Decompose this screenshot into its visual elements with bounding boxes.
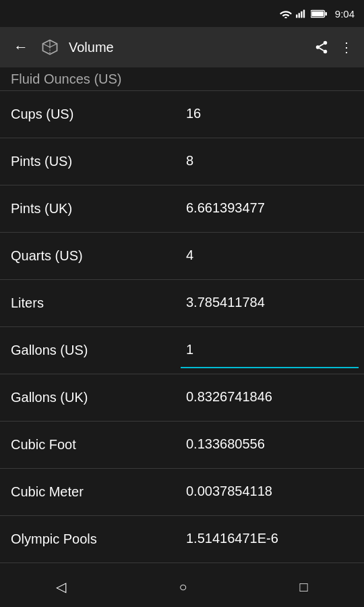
svg-rect-1 (296, 15, 297, 18)
value-gallons-uk[interactable]: 0.8326741846 (181, 380, 359, 415)
svg-rect-6 (325, 11, 327, 15)
label-pints-us: Pints (US) (5, 144, 181, 179)
label-cubic-meter: Cubic Meter (5, 475, 181, 509)
svg-rect-4 (303, 9, 305, 18)
nav-recent-button[interactable]: □ (283, 574, 324, 600)
partial-label: Fluid Ounces (US) (5, 71, 181, 87)
row-olympic-pools[interactable]: Olympic Pools 1.51416471E-6 (0, 516, 364, 563)
action-icons: ⋮ (314, 39, 353, 55)
nav-home-button[interactable]: ○ (162, 574, 203, 600)
value-pints-uk[interactable]: 6.661393477 (181, 191, 359, 227)
label-cubic-foot: Cubic Foot (5, 428, 181, 462)
value-liters[interactable]: 3.785411784 (181, 285, 359, 321)
label-gallons-uk: Gallons (UK) (5, 380, 181, 415)
app-bar-icon (39, 36, 61, 58)
row-quarts-us[interactable]: Quarts (US) 4 (0, 233, 364, 280)
row-liters[interactable]: Liters 3.785411784 (0, 280, 364, 327)
app-bar-title: Volume (69, 40, 306, 55)
svg-line-13 (320, 44, 324, 47)
label-cups-us: Cups (US) (5, 97, 181, 132)
wifi-icon (280, 9, 292, 18)
value-quarts-us[interactable]: 4 (181, 238, 359, 274)
svg-rect-7 (311, 11, 324, 16)
label-quarts-us: Quarts (US) (5, 239, 181, 273)
svg-point-9 (324, 41, 328, 45)
row-pints-uk[interactable]: Pints (UK) 6.661393477 (0, 185, 364, 233)
row-cubic-foot[interactable]: Cubic Foot 0.133680556 (0, 422, 364, 469)
share-icon[interactable] (314, 40, 329, 55)
label-olympic-pools: Olympic Pools (5, 522, 181, 556)
back-button[interactable]: ← (11, 36, 31, 59)
value-cups-us[interactable]: 16 (181, 96, 359, 132)
row-cups-us[interactable]: Cups (US) 16 (0, 91, 364, 138)
signal-icon (296, 9, 307, 18)
nav-back-button[interactable]: ◁ (40, 573, 82, 600)
label-liters: Liters (5, 286, 181, 320)
row-gallons-uk[interactable]: Gallons (UK) 0.8326741846 (0, 374, 364, 422)
content-area: Fluid Ounces (US) Cups (US) 16 Pints (US… (0, 67, 364, 563)
status-icons: 9:04 (280, 8, 355, 20)
battery-icon (311, 9, 327, 18)
value-cubic-meter[interactable]: 0.0037854118 (181, 474, 359, 510)
row-gallons-us[interactable]: Gallons (US) 1 (0, 327, 364, 374)
status-bar: 9:04 (0, 0, 364, 27)
svg-point-11 (324, 50, 328, 54)
partial-row: Fluid Ounces (US) (0, 67, 364, 91)
nav-bar: ◁ ○ □ (0, 567, 364, 607)
cube-icon (40, 38, 59, 57)
value-gallons-us[interactable]: 1 (181, 333, 359, 368)
value-cubic-foot[interactable]: 0.133680556 (181, 427, 359, 463)
svg-line-12 (320, 48, 324, 51)
label-gallons-us: Gallons (US) (5, 333, 181, 368)
svg-rect-3 (301, 11, 302, 18)
more-options-button[interactable]: ⋮ (340, 39, 353, 55)
row-pints-us[interactable]: Pints (US) 8 (0, 138, 364, 185)
app-bar: ← Volume ⋮ (0, 27, 364, 67)
status-time: 9:04 (335, 8, 355, 20)
value-pints-us[interactable]: 8 (181, 144, 359, 179)
label-pints-uk: Pints (UK) (5, 192, 181, 226)
svg-rect-2 (298, 13, 299, 18)
row-cubic-meter[interactable]: Cubic Meter 0.0037854118 (0, 469, 364, 516)
svg-point-0 (284, 17, 287, 18)
svg-point-10 (316, 45, 320, 49)
value-olympic-pools[interactable]: 1.51416471E-6 (181, 521, 359, 557)
